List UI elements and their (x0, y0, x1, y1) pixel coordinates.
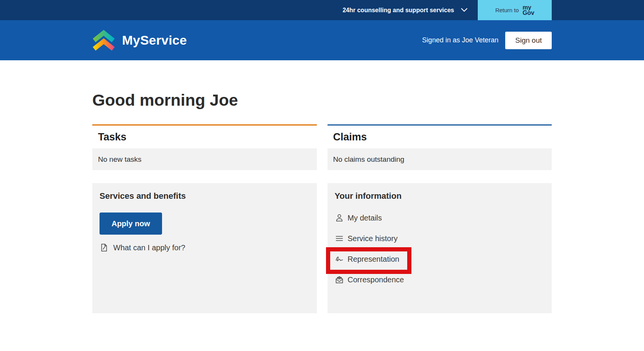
your-information-panel: Your information My details (328, 183, 552, 313)
information-panel-title: Your information (335, 191, 545, 201)
claims-card: Claims No claims outstanding (328, 124, 552, 170)
greeting-heading: Good morning Joe (92, 91, 552, 109)
services-and-benefits-panel: Services and benefits Apply now What can… (92, 183, 317, 313)
person-icon (335, 213, 344, 222)
main-content: Good morning Joe Tasks No new tasks Clai… (92, 91, 552, 313)
signed-in-text: Signed in as Joe Veteran (422, 36, 498, 44)
support-services-label: 24hr counselling and support services (342, 7, 454, 14)
my-details-link[interactable]: My details (335, 212, 382, 224)
brand-header: MyService Signed in as Joe Veteran Sign … (0, 20, 644, 60)
correspondence-link[interactable]: Correspondence (335, 274, 404, 285)
apply-now-button[interactable]: Apply now (100, 213, 162, 235)
list-icon (335, 234, 344, 243)
tasks-card-body: No new tasks (92, 148, 317, 170)
mygov-logo: my Gov (523, 5, 535, 16)
chevron-down-icon (459, 6, 469, 15)
services-panel-title: Services and benefits (100, 191, 310, 201)
brand-name: MyService (122, 33, 187, 48)
tasks-card: Tasks No new tasks (92, 124, 317, 170)
myservice-chevrons-icon (92, 30, 115, 51)
what-can-i-apply-for-link[interactable]: What can I apply for? (100, 243, 185, 252)
what-can-i-apply-for-label: What can I apply for? (113, 243, 185, 252)
return-to-label: Return to (495, 7, 519, 13)
myservice-logo-link[interactable]: MyService (92, 30, 187, 51)
correspondence-label: Correspondence (348, 275, 404, 284)
representation-label: Representation (348, 255, 400, 264)
representation-link[interactable]: Representation (335, 253, 400, 265)
mygov-logo-line2: Gov (523, 10, 535, 16)
my-details-label: My details (348, 214, 382, 222)
support-services-dropdown[interactable]: 24hr counselling and support services (342, 6, 469, 15)
tasks-card-title: Tasks (92, 126, 317, 148)
form-icon (100, 243, 109, 252)
information-list: My details Service history (335, 212, 545, 285)
panels-row: Services and benefits Apply now What can… (92, 183, 552, 313)
service-history-label: Service history (348, 234, 398, 243)
return-to-mygov-button[interactable]: Return to my Gov (478, 0, 552, 20)
top-utility-bar: 24hr counselling and support services Re… (0, 0, 644, 20)
signature-icon (335, 254, 344, 264)
service-history-link[interactable]: Service history (335, 233, 398, 244)
claims-card-title: Claims (328, 126, 552, 148)
header-account-area: Signed in as Joe Veteran Sign out (422, 32, 552, 49)
claims-card-body: No claims outstanding (328, 148, 552, 170)
sign-out-button[interactable]: Sign out (505, 32, 552, 49)
mail-icon (335, 275, 344, 284)
status-cards-row: Tasks No new tasks Claims No claims outs… (92, 124, 552, 170)
